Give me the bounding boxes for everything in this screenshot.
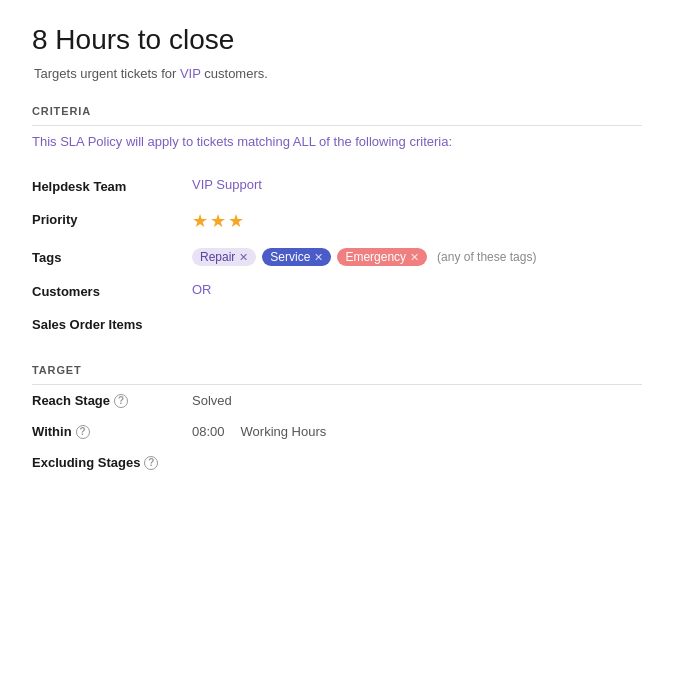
helpdesk-team-value: VIP Support bbox=[192, 177, 262, 192]
excluding-stages-label-text: Excluding Stages bbox=[32, 455, 140, 470]
tag-service-label: Service bbox=[270, 250, 310, 264]
tag-repair-remove[interactable]: ✕ bbox=[239, 251, 248, 264]
target-section-label: TARGET bbox=[32, 364, 642, 376]
helpdesk-team-label: Helpdesk Team bbox=[32, 177, 192, 194]
excluding-stages-label: Excluding Stages ? bbox=[32, 455, 192, 470]
star-2: ★ bbox=[210, 210, 226, 232]
subtitle-post: customers. bbox=[201, 66, 268, 81]
reach-stage-label-text: Reach Stage bbox=[32, 393, 110, 408]
priority-stars: ★ ★ ★ bbox=[192, 210, 244, 232]
priority-value: ★ ★ ★ bbox=[192, 210, 244, 232]
within-help-icon[interactable]: ? bbox=[76, 425, 90, 439]
criteria-section-label: CRITERIA bbox=[32, 105, 642, 117]
tag-service[interactable]: Service ✕ bbox=[262, 248, 331, 266]
customers-row: Customers OR bbox=[32, 274, 642, 307]
sales-order-label: Sales Order Items bbox=[32, 315, 192, 332]
subtitle-pre: Targets urgent tickets for bbox=[34, 66, 180, 81]
reach-stage-help-icon[interactable]: ? bbox=[114, 394, 128, 408]
tag-service-remove[interactable]: ✕ bbox=[314, 251, 323, 264]
within-label: Within ? bbox=[32, 424, 192, 439]
helpdesk-team-row: Helpdesk Team VIP Support bbox=[32, 169, 642, 202]
within-time: 08:00 bbox=[192, 424, 225, 439]
helpdesk-team-text: VIP Support bbox=[192, 177, 262, 192]
reach-stage-label: Reach Stage ? bbox=[32, 393, 192, 408]
star-1: ★ bbox=[192, 210, 208, 232]
target-section: TARGET Reach Stage ? Solved Within ? 08:… bbox=[32, 364, 642, 478]
within-type: Working Hours bbox=[241, 424, 327, 439]
within-label-text: Within bbox=[32, 424, 72, 439]
priority-label: Priority bbox=[32, 210, 192, 227]
customers-value: OR bbox=[192, 282, 212, 297]
page-subtitle: Targets urgent tickets for VIP customers… bbox=[32, 66, 642, 81]
criteria-description: This SLA Policy will apply to tickets ma… bbox=[32, 134, 642, 149]
excluding-stages-row: Excluding Stages ? bbox=[32, 447, 642, 478]
tags-hint: (any of these tags) bbox=[437, 250, 536, 264]
criteria-section: CRITERIA This SLA Policy will apply to t… bbox=[32, 105, 642, 340]
criteria-divider bbox=[32, 125, 642, 126]
tag-emergency-remove[interactable]: ✕ bbox=[410, 251, 419, 264]
reach-stage-row: Reach Stage ? Solved bbox=[32, 385, 642, 416]
customers-label: Customers bbox=[32, 282, 192, 299]
tag-repair[interactable]: Repair ✕ bbox=[192, 248, 256, 266]
within-value: 08:00 Working Hours bbox=[192, 424, 326, 439]
tags-row: Tags Repair ✕ Service ✕ Emergency ✕ (any… bbox=[32, 240, 642, 274]
within-row: Within ? 08:00 Working Hours bbox=[32, 416, 642, 447]
sales-order-row: Sales Order Items bbox=[32, 307, 642, 340]
customers-or: OR bbox=[192, 282, 212, 297]
page-title: 8 Hours to close bbox=[32, 24, 642, 56]
priority-row: Priority ★ ★ ★ bbox=[32, 202, 642, 240]
tag-repair-label: Repair bbox=[200, 250, 235, 264]
tags-value: Repair ✕ Service ✕ Emergency ✕ (any of t… bbox=[192, 248, 536, 266]
reach-stage-value: Solved bbox=[192, 393, 232, 408]
star-3: ★ bbox=[228, 210, 244, 232]
excluding-stages-help-icon[interactable]: ? bbox=[144, 456, 158, 470]
tag-emergency-label: Emergency bbox=[345, 250, 406, 264]
vip-link[interactable]: VIP bbox=[180, 66, 201, 81]
tag-emergency[interactable]: Emergency ✕ bbox=[337, 248, 427, 266]
tags-label: Tags bbox=[32, 248, 192, 265]
